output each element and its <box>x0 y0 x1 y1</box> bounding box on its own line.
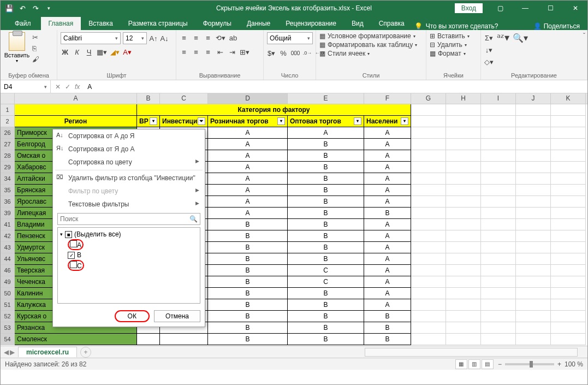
cell[interactable] <box>446 104 481 116</box>
row-hdr[interactable]: 49 <box>1 276 15 288</box>
fx-icon[interactable]: fx <box>75 83 80 91</box>
row-hdr[interactable]: 39 <box>1 208 15 219</box>
zoom-out-icon[interactable]: − <box>498 360 502 368</box>
filter-header[interactable]: ВР▾ <box>137 116 160 127</box>
name-box[interactable]: D4▾ <box>1 80 51 93</box>
cell[interactable]: B <box>208 334 288 345</box>
align-right-icon[interactable]: ≡ <box>204 46 212 57</box>
cell[interactable] <box>481 276 516 288</box>
cell[interactable] <box>551 104 586 116</box>
cell[interactable] <box>481 265 516 276</box>
maximize-icon[interactable]: ☐ <box>538 1 562 16</box>
cell[interactable] <box>446 116 481 127</box>
wrap-text-icon[interactable]: ab <box>229 32 237 43</box>
insert-cells-button[interactable]: ⊞Вставить▾ <box>430 32 477 40</box>
paste-button[interactable]: Вставить ▾ <box>4 32 30 64</box>
cell[interactable] <box>160 334 208 345</box>
delete-cells-button[interactable]: ⊟Удалить▾ <box>430 41 477 49</box>
formula-bar[interactable]: A <box>84 83 587 91</box>
cell[interactable] <box>411 162 446 173</box>
cell[interactable] <box>516 162 551 173</box>
col-hdr[interactable]: A <box>15 93 137 104</box>
cell[interactable]: B <box>288 334 364 345</box>
cell[interactable] <box>551 127 586 139</box>
font-size-combo[interactable]: 12▾ <box>123 32 147 44</box>
cond-format-button[interactable]: ▦Условное форматирование▾ <box>319 32 423 40</box>
row-hdr[interactable]: 34 <box>1 173 15 185</box>
cell[interactable] <box>481 104 516 116</box>
cell[interactable]: B <box>288 162 364 173</box>
cell[interactable]: A <box>208 162 288 173</box>
col-hdr[interactable]: J <box>516 93 551 104</box>
filter-dropdown-icon[interactable]: ⏷ <box>198 117 205 125</box>
cell[interactable] <box>516 242 551 253</box>
cell[interactable] <box>481 185 516 196</box>
cell[interactable] <box>481 253 516 265</box>
cell[interactable] <box>411 139 446 150</box>
inc-decimal-icon[interactable]: .0→ <box>303 48 312 58</box>
cell[interactable]: B <box>364 322 411 334</box>
sheet-nav-prev-icon[interactable]: ◀ <box>4 348 9 356</box>
col-hdr[interactable]: H <box>446 93 481 104</box>
cell[interactable] <box>551 116 586 127</box>
format-cells-button[interactable]: ▦Формат▾ <box>430 50 477 57</box>
col-hdr[interactable]: E <box>288 93 364 104</box>
cell[interactable] <box>551 185 586 196</box>
cell[interactable] <box>446 230 481 242</box>
cell[interactable]: B <box>208 242 288 253</box>
cell[interactable]: B <box>288 219 364 230</box>
cell[interactable]: A <box>364 185 411 196</box>
normal-view-icon[interactable]: ▦ <box>455 359 467 369</box>
cell[interactable] <box>551 299 586 311</box>
cell[interactable]: Категория по фактору <box>137 104 411 116</box>
cell[interactable] <box>481 230 516 242</box>
cell[interactable]: A <box>208 150 288 162</box>
row-hdr[interactable]: 36 <box>1 196 15 208</box>
font-color-button[interactable]: A▾ <box>123 46 132 57</box>
cell[interactable] <box>516 322 551 334</box>
autosum-icon[interactable]: Σ▾ <box>484 32 494 43</box>
cell[interactable] <box>551 322 586 334</box>
tab-home[interactable]: Главная <box>41 17 81 30</box>
cell[interactable] <box>446 208 481 219</box>
cell[interactable] <box>481 242 516 253</box>
row-hdr[interactable]: 44 <box>1 253 15 265</box>
format-table-button[interactable]: ▦Форматировать как таблицу▾ <box>319 41 423 49</box>
select-all-corner[interactable] <box>1 93 15 104</box>
col-hdr[interactable]: F <box>364 93 411 104</box>
row-hdr[interactable]: 35 <box>1 185 15 196</box>
align-middle-icon[interactable]: ≡ <box>192 32 200 43</box>
cell[interactable] <box>411 116 446 127</box>
cell[interactable] <box>446 276 481 288</box>
cell[interactable] <box>551 253 586 265</box>
cell[interactable]: A <box>364 276 411 288</box>
cell[interactable]: B <box>364 334 411 345</box>
cell[interactable] <box>446 288 481 299</box>
page-break-icon[interactable]: ▤ <box>482 359 494 369</box>
cell[interactable] <box>411 265 446 276</box>
filter-dropdown-icon[interactable]: ▾ <box>277 117 285 125</box>
cell[interactable] <box>516 230 551 242</box>
cell[interactable] <box>446 150 481 162</box>
cell[interactable]: A <box>208 173 288 185</box>
cell[interactable] <box>446 299 481 311</box>
row-hdr[interactable]: 2 <box>1 116 15 127</box>
cell[interactable]: A <box>364 173 411 185</box>
cell[interactable] <box>15 104 137 116</box>
align-center-icon[interactable]: ≡ <box>192 46 200 57</box>
cell[interactable] <box>481 173 516 185</box>
cell[interactable] <box>411 299 446 311</box>
cell[interactable]: B <box>288 196 364 208</box>
cell[interactable] <box>446 334 481 345</box>
cell[interactable] <box>516 311 551 322</box>
cell[interactable] <box>411 185 446 196</box>
fill-icon[interactable]: ↓▾ <box>484 44 494 55</box>
cell[interactable] <box>551 288 586 299</box>
cell[interactable] <box>481 299 516 311</box>
cell[interactable] <box>446 311 481 322</box>
cell[interactable]: A <box>208 196 288 208</box>
cut-icon[interactable]: ✂ <box>32 33 42 42</box>
filter-search[interactable]: 🔍 <box>57 213 200 225</box>
ok-button[interactable]: ОК <box>115 310 150 322</box>
underline-button[interactable]: Ч <box>85 46 93 57</box>
